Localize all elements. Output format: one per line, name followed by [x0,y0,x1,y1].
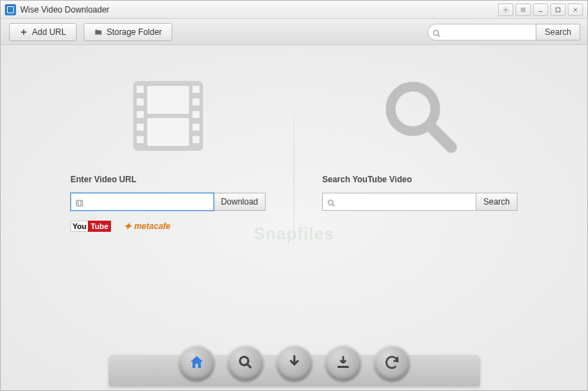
folder-icon [94,28,103,36]
download-button-label: Download [221,197,258,207]
download-tray-icon [335,354,352,371]
window-controls [496,3,583,16]
toolbar-search-input[interactable] [428,24,536,40]
refresh-icon [384,354,400,371]
search-video-panel: Search YouTube Video Search [294,74,545,270]
svg-rect-21 [193,98,199,105]
dock-download-button[interactable] [276,344,312,381]
search-video-button[interactable]: Search [476,193,518,211]
content-area: Snapfiles Enter Video URL [1,45,587,390]
svg-rect-13 [147,86,189,114]
toolbar-search: Search [428,24,580,40]
youtube-you: You [70,221,88,232]
plus-icon [20,28,28,36]
svg-line-33 [247,364,251,369]
dock-save-button[interactable] [325,344,361,381]
app-title: Wise Video Downloader [20,5,496,15]
enter-url-panel: Enter Video URL Download You [43,74,294,270]
film-reel-icon [123,74,213,158]
svg-rect-18 [137,124,144,131]
svg-point-0 [505,8,507,10]
storage-folder-label: Storage Folder [107,27,162,37]
dock-refresh-button[interactable] [374,344,410,381]
search-video-heading: Search YouTube Video [322,175,518,184]
search-icon [237,354,254,371]
magnifier-large-icon [375,74,465,158]
video-url-input[interactable] [70,193,214,211]
menu-icon[interactable] [515,3,531,16]
settings-gear-icon[interactable] [498,3,513,16]
svg-rect-25 [77,200,83,206]
maximize-button[interactable] [550,3,566,16]
url-input-row: Download [70,193,266,211]
home-icon [188,354,205,371]
svg-point-30 [329,200,333,205]
svg-rect-5 [556,8,560,12]
svg-rect-15 [137,86,144,93]
svg-rect-14 [147,118,189,146]
dock-search-button[interactable] [227,344,264,381]
youtube-logo: You Tube [70,221,111,232]
titlebar: Wise Video Downloader [1,1,587,19]
metacafe-text: metacafe [134,221,170,231]
metacafe-logo: ✦ metacafe [123,221,170,232]
search-icon [432,28,441,40]
close-button[interactable] [568,3,583,16]
toolbar-search-button-label: Search [545,27,571,37]
svg-rect-16 [137,98,144,105]
svg-rect-19 [137,136,144,143]
panels: Enter Video URL Download You [1,74,587,270]
youtube-tube: Tube [88,221,111,232]
svg-rect-24 [193,136,199,143]
metacafe-star-icon: ✦ [123,221,132,232]
supported-sites: You Tube ✦ metacafe [70,221,266,232]
svg-rect-17 [137,111,144,118]
dock-home-button[interactable] [179,344,215,381]
svg-point-10 [433,30,438,35]
toolbar-search-button[interactable]: Search [536,24,580,40]
add-url-label: Add URL [32,27,66,37]
svg-rect-22 [193,111,199,118]
film-icon [75,198,84,210]
app-window: Wise Video Downloader Add URL [0,0,588,391]
svg-point-32 [240,357,248,365]
svg-line-31 [333,205,335,207]
dock [151,336,438,385]
svg-line-29 [431,127,451,147]
app-icon [5,4,16,15]
youtube-search-input[interactable] [322,193,476,211]
search-video-button-label: Search [483,197,510,207]
download-button[interactable]: Download [214,193,266,211]
svg-rect-20 [193,86,199,93]
add-url-button[interactable]: Add URL [9,23,77,41]
svg-line-11 [437,34,439,36]
svg-rect-23 [193,124,199,131]
storage-folder-button[interactable]: Storage Folder [84,23,172,41]
download-arrow-icon [286,354,303,371]
minimize-button[interactable] [533,3,548,16]
search-input-row: Search [322,193,518,211]
search-icon [327,198,336,210]
toolbar: Add URL Storage Folder Search [1,19,587,45]
enter-url-heading: Enter Video URL [70,175,266,184]
